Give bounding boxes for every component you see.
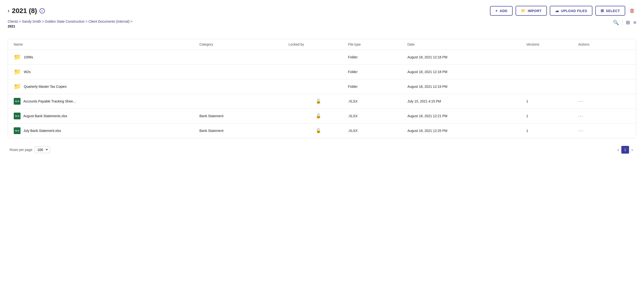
table-header: Name Category Locked by File type Date V…: [8, 39, 636, 50]
col-category: Category: [199, 43, 288, 46]
add-button[interactable]: + ADD: [490, 6, 513, 16]
col-file-type: File type: [348, 43, 408, 46]
col-versions: Versions: [526, 43, 578, 46]
file-type-cell: Folder: [348, 85, 408, 89]
table-row[interactable]: XLS August Bank Statements.xlsx Bank Sta…: [8, 109, 636, 123]
breadcrumb: Clients > Sandy Smith > Golden State Con…: [8, 20, 132, 23]
breadcrumb-sep-4: >: [130, 20, 132, 23]
file-type-cell: .XLSX: [348, 114, 408, 118]
file-name: Accounts Payable Tracking Shee...: [24, 99, 76, 103]
versions-cell: 1: [526, 129, 578, 133]
pagination: Rows per page 100 50 25 ‹ 1 ›: [8, 143, 636, 156]
table-row[interactable]: XLS Accounts Payable Tracking Shee... 🔓 …: [8, 94, 636, 109]
xlsx-icon: XLS: [14, 113, 20, 119]
search-button[interactable]: 🔍: [613, 20, 619, 25]
actions-menu-button[interactable]: ···: [578, 128, 630, 133]
trash-icon: 🗑: [630, 8, 635, 14]
view-divider: [622, 20, 622, 25]
versions-cell: 1: [526, 114, 578, 118]
category-cell: Bank Statement: [199, 129, 288, 133]
breadcrumb-sep-2: >: [42, 20, 44, 23]
date-cell: August 18, 2021 12:19 PM: [407, 85, 526, 89]
delete-button[interactable]: 🗑: [628, 6, 636, 16]
folder-icon: 📁: [521, 9, 526, 13]
prev-page-button[interactable]: ‹: [616, 146, 620, 153]
page-title: 2021 (8): [12, 7, 37, 15]
file-type-cell: Folder: [348, 70, 408, 74]
folder-icon: 📁: [14, 69, 21, 75]
breadcrumb-client-docs[interactable]: Client Documents (Internal): [88, 20, 130, 23]
breadcrumb-golden-state[interactable]: Golden State Construction: [45, 20, 84, 23]
back-button[interactable]: ‹: [8, 8, 10, 14]
versions-cell: 1: [526, 99, 578, 103]
breadcrumb-sep-1: >: [19, 20, 21, 23]
list-view-button[interactable]: ≡: [634, 20, 636, 25]
breadcrumb-clients[interactable]: Clients: [8, 20, 18, 23]
lock-icon: 🔓: [288, 128, 348, 133]
table-row[interactable]: XLS July Bank Statement.xlsx Bank Statem…: [8, 123, 636, 138]
rows-per-page-label: Rows per page: [10, 148, 32, 152]
date-cell: July 15, 2021 4:15 PM: [407, 99, 526, 103]
upload-icon: ☁: [555, 9, 559, 13]
table-row[interactable]: 📁 1099s Folder August 18, 2021 12:18 PM: [8, 50, 636, 65]
folder-icon: 📁: [14, 83, 21, 90]
import-button[interactable]: 📁 IMPORT: [516, 6, 547, 16]
col-date: Date: [407, 43, 526, 46]
file-name: 1099s: [24, 55, 33, 59]
file-name: Quarterly Master Tax Copies: [24, 85, 66, 89]
date-cell: August 18, 2021 12:21 PM: [407, 114, 526, 118]
file-type-cell: Folder: [348, 55, 408, 59]
breadcrumb-sep-3: >: [86, 20, 88, 23]
col-actions: Actions: [578, 43, 630, 46]
xlsx-icon: XLS: [14, 98, 20, 105]
next-page-button[interactable]: ›: [630, 146, 634, 153]
category-cell: Bank Statement: [199, 114, 288, 118]
col-name: Name: [14, 43, 199, 46]
file-name: W2s: [24, 70, 30, 74]
info-icon[interactable]: i: [40, 8, 45, 14]
select-button[interactable]: ⊞ SELECT: [595, 6, 625, 16]
page-navigation: ‹ 1 ›: [616, 146, 634, 154]
col-locked-by: Locked by: [288, 43, 348, 46]
actions-menu-button[interactable]: ···: [578, 114, 630, 119]
file-table: Name Category Locked by File type Date V…: [8, 39, 636, 138]
date-cell: August 18, 2021 12:25 PM: [407, 129, 526, 133]
actions-menu-button[interactable]: ···: [578, 99, 630, 104]
select-icon: ⊞: [600, 9, 604, 13]
plus-icon: +: [495, 9, 498, 13]
upload-files-button[interactable]: ☁ UPLOAD FILES: [550, 6, 592, 16]
breadcrumb-current: 2021: [8, 24, 132, 28]
file-type-cell: .XLSX: [348, 129, 408, 133]
breadcrumb-sandy-smith[interactable]: Sandy Smith: [22, 20, 41, 23]
date-cell: August 18, 2021 12:18 PM: [407, 55, 526, 59]
page-1-button[interactable]: 1: [621, 146, 629, 154]
rows-per-page-select[interactable]: 100 50 25: [35, 146, 50, 153]
date-cell: August 18, 2021 12:18 PM: [407, 70, 526, 74]
file-type-cell: .XLSX: [348, 99, 408, 103]
folder-icon: 📁: [14, 54, 21, 61]
lock-icon: 🔓: [288, 99, 348, 104]
table-row[interactable]: 📁 Quarterly Master Tax Copies Folder Aug…: [8, 79, 636, 94]
table-row[interactable]: 📁 W2s Folder August 18, 2021 12:18 PM: [8, 65, 636, 79]
grid-view-button[interactable]: ⊞: [626, 20, 630, 25]
xlsx-icon: XLS: [14, 127, 20, 134]
file-name: July Bank Statement.xlsx: [24, 129, 61, 133]
file-name: August Bank Statements.xlsx: [24, 114, 67, 118]
lock-icon: 🔓: [288, 113, 348, 119]
